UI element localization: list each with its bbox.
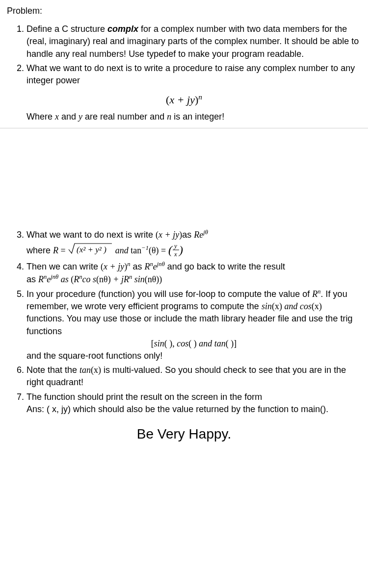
item1-pre: Define a C structure	[26, 24, 107, 34]
formula-caption: Where x and y are real number and n is a…	[7, 111, 361, 123]
item-6: Note that the tan(x) is multi-valued. So…	[26, 364, 361, 389]
item-4: Then we can write (x + jy)n as Rnejnθ an…	[26, 260, 361, 286]
svg-text:(x² + y² ): (x² + y² )	[77, 245, 106, 254]
svg-text:): )	[178, 244, 183, 256]
trig-bracket: [sin( ), cos( ) and tan( )]	[26, 338, 361, 350]
item-2: What we want to do next is to write a pr…	[26, 62, 361, 87]
svg-text:x: x	[174, 250, 177, 258]
item-5: In your procedure (function) you will us…	[26, 288, 361, 362]
main-formula: (x + jy)n	[7, 92, 361, 108]
item-3: What we want to do next is write (x + jy…	[26, 228, 361, 258]
item1-emph: complx	[107, 24, 138, 34]
footer: Be Very Happy.	[7, 424, 361, 443]
item-7: The function should print the result on …	[26, 391, 361, 416]
sqrt-expr: (x² + y² )	[68, 243, 113, 255]
item-1: Define a C structure complx for a comple…	[26, 23, 361, 60]
item7b: Ans: ( x, jy) which should also be the v…	[26, 403, 361, 416]
page-gap	[0, 128, 368, 221]
heading: Problem:	[7, 5, 361, 17]
svg-text:y: y	[173, 242, 177, 249]
frac-y-over-x: ( y x )	[168, 242, 184, 258]
item5-post: and the square-root functions only!	[26, 350, 361, 362]
svg-text:(: (	[168, 244, 173, 256]
